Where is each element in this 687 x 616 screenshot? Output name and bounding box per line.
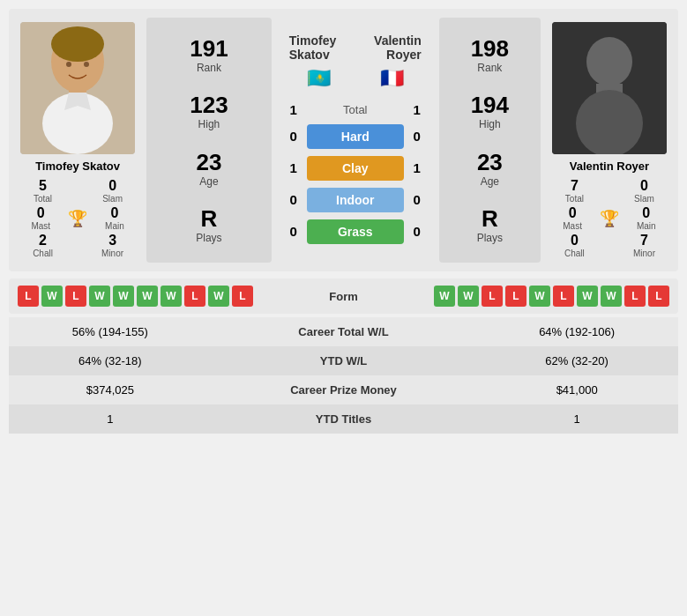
- right-player-photo: [552, 22, 667, 154]
- right-stat-slam: 0 Slam: [615, 178, 674, 204]
- stat-center-label: Career Prize Money: [212, 375, 476, 404]
- clay-score-left: 1: [280, 160, 307, 175]
- form-badge: W: [161, 286, 182, 307]
- right-stat-mast: 0 Mast: [563, 205, 582, 231]
- stat-right-value: 64% (192-106): [475, 317, 678, 346]
- right-flag: 🇫🇷: [380, 67, 404, 90]
- form-badge: W: [113, 286, 134, 307]
- left-player-photo: [20, 22, 135, 154]
- right-trophy-row: 0 Mast 🏆 0 Main: [545, 205, 674, 231]
- right-player-stats2: 0 Chall 7 Minor: [545, 233, 674, 258]
- stat-right-value: 1: [475, 404, 678, 434]
- left-rank-stat: 191 Rank: [190, 36, 228, 74]
- left-stat-slam: 0 Slam: [83, 178, 142, 204]
- form-badge: W: [41, 286, 63, 307]
- stat-center-label: YTD W/L: [212, 346, 476, 375]
- clay-button[interactable]: Clay: [307, 156, 404, 181]
- total-score-right: 1: [404, 102, 430, 117]
- indoor-score-right: 0: [404, 192, 430, 207]
- left-stat-main: 0 Main: [105, 205, 124, 231]
- match-clay-row: 1 Clay 1: [280, 156, 430, 181]
- form-badge: W: [137, 286, 158, 307]
- stat-center-label: Career Total W/L: [212, 317, 476, 346]
- match-indoor-row: 0 Indoor 0: [280, 188, 430, 212]
- form-badge: W: [434, 286, 455, 307]
- form-badge: W: [601, 286, 622, 307]
- stat-center-label: YTD Titles: [212, 404, 476, 434]
- left-player-card: Timofey Skatov 5 Total 0 Slam 0 Mast 🏆: [9, 18, 146, 263]
- right-plays-stat: R Plays: [477, 206, 503, 244]
- right-age-stat: 23 Age: [477, 150, 503, 188]
- right-player-stats: 7 Total 0 Slam: [545, 178, 674, 204]
- main-container: Timofey Skatov 5 Total 0 Slam 0 Mast 🏆: [0, 0, 687, 442]
- left-stats-panel: 191 Rank 123 High 23 Age R Plays: [146, 18, 272, 263]
- form-badge: W: [208, 286, 229, 307]
- indoor-score-left: 0: [280, 192, 307, 207]
- grass-score-left: 0: [280, 224, 307, 239]
- left-player-name: Timofey Skatov: [35, 160, 120, 173]
- hard-score-right: 0: [404, 129, 430, 144]
- form-badge: W: [577, 286, 598, 307]
- right-form-badges: WWLLWLWWLL: [434, 286, 669, 307]
- match-left-name: TimofeySkatov: [289, 33, 336, 62]
- svg-point-7: [84, 62, 89, 67]
- right-stat-chall: 0 Chall: [545, 233, 604, 258]
- stats-row: 56% (194-155)Career Total W/L64% (192-10…: [9, 317, 678, 346]
- right-stat-minor: 7 Minor: [615, 233, 674, 258]
- total-label: Total: [307, 103, 404, 116]
- stat-left-value: $374,025: [9, 375, 212, 404]
- left-high-stat: 123 High: [190, 93, 228, 130]
- left-player-stats2: 2 Chall 3 Minor: [13, 233, 142, 258]
- left-stat-total: 5 Total: [13, 178, 72, 204]
- svg-point-9: [586, 37, 632, 86]
- form-section: LWLWWWWLWL Form WWLLWLWWLL: [9, 278, 678, 314]
- right-stat-total: 7 Total: [545, 178, 604, 204]
- form-badge: W: [458, 286, 479, 307]
- match-hard-row: 0 Hard 0: [280, 124, 430, 149]
- left-age-stat: 23 Age: [196, 150, 221, 188]
- right-rank-stat: 198 Rank: [471, 36, 509, 74]
- stat-left-value: 56% (194-155): [9, 317, 212, 346]
- svg-point-6: [66, 62, 71, 67]
- form-row: LWLWWWWLWL Form WWLLWLWWLL: [18, 286, 669, 307]
- left-stat-mast: 0 Mast: [31, 205, 50, 231]
- form-badge: W: [529, 286, 550, 307]
- grass-button[interactable]: Grass: [307, 219, 404, 244]
- form-badge: L: [505, 286, 526, 307]
- stats-row: $374,025Career Prize Money$41,000: [9, 375, 678, 404]
- form-badge: L: [18, 286, 39, 307]
- right-stat-main: 0 Main: [637, 205, 656, 231]
- left-flag: 🇰🇿: [307, 67, 331, 90]
- form-badge: W: [89, 286, 110, 307]
- form-badge: L: [648, 286, 669, 307]
- grass-score-right: 0: [404, 224, 430, 239]
- left-plays-stat: R Plays: [196, 206, 221, 244]
- stat-left-value: 1: [9, 404, 212, 434]
- indoor-button[interactable]: Indoor: [307, 188, 404, 212]
- stats-table: 56% (194-155)Career Total W/L64% (192-10…: [9, 317, 678, 434]
- left-trophy-row: 0 Mast 🏆 0 Main: [13, 205, 142, 231]
- total-score-left: 1: [280, 102, 307, 117]
- match-right-name: ValentinRoyer: [374, 33, 422, 62]
- match-total-row: 1 Total 1: [280, 102, 430, 117]
- clay-score-right: 1: [404, 160, 430, 175]
- hard-button[interactable]: Hard: [307, 124, 404, 149]
- stats-row: 1YTD Titles1: [9, 404, 678, 434]
- form-badge: L: [553, 286, 574, 307]
- hard-score-left: 0: [280, 129, 307, 144]
- stats-row: 64% (32-18)YTD W/L62% (32-20): [9, 346, 678, 375]
- right-player-name: Valentin Royer: [570, 160, 649, 173]
- stat-left-value: 64% (32-18): [9, 346, 212, 375]
- form-label: Form: [329, 290, 358, 303]
- form-badge: L: [65, 286, 86, 307]
- svg-point-11: [576, 90, 643, 154]
- form-badge: L: [184, 286, 205, 307]
- right-trophy-icon: 🏆: [600, 209, 619, 228]
- left-form-badges: LWLWWWWLWL: [18, 286, 253, 307]
- left-trophy-icon: 🏆: [68, 209, 87, 228]
- left-stat-minor: 3 Minor: [83, 233, 142, 258]
- stat-right-value: 62% (32-20): [475, 346, 678, 375]
- right-player-card: Valentin Royer 7 Total 0 Slam 0 Mast 🏆: [541, 18, 678, 263]
- left-player-stats: 5 Total 0 Slam: [13, 178, 142, 204]
- form-badge: L: [482, 286, 503, 307]
